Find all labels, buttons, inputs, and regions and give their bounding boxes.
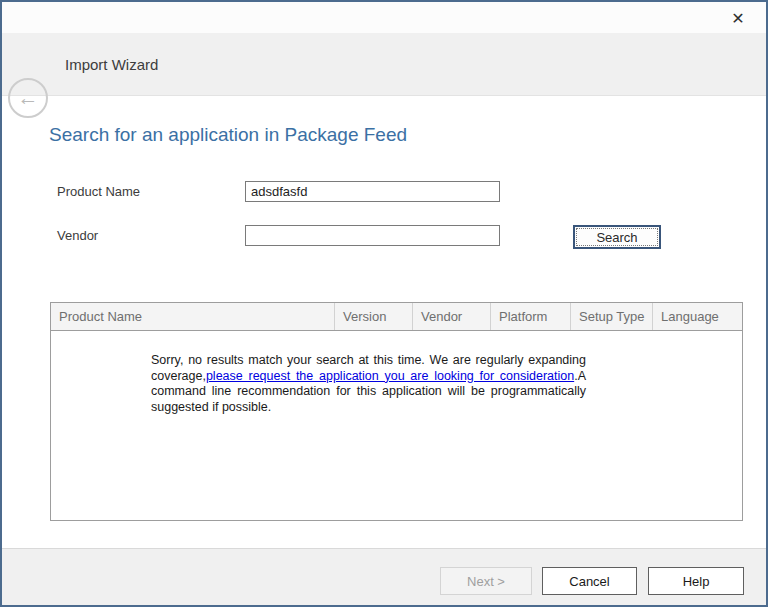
wizard-title: Import Wizard (65, 33, 158, 96)
column-header-platform[interactable]: Platform (490, 303, 570, 330)
product-name-input[interactable] (245, 181, 500, 202)
close-button[interactable]: ✕ (722, 6, 754, 32)
vendor-input[interactable] (245, 225, 500, 246)
column-header-language[interactable]: Language (652, 303, 742, 330)
product-name-label: Product Name (57, 184, 140, 199)
column-header-vendor[interactable]: Vendor (412, 303, 490, 330)
results-table: Product Name Version Vendor Platform Set… (50, 302, 743, 521)
column-header-version[interactable]: Version (334, 303, 412, 330)
page-title: Search for an application in Package Fee… (49, 124, 407, 146)
cancel-button[interactable]: Cancel (542, 567, 637, 595)
close-icon: ✕ (731, 11, 744, 27)
results-table-header: Product Name Version Vendor Platform Set… (51, 303, 742, 331)
next-button[interactable]: Next > (440, 567, 532, 595)
search-button[interactable]: Search (573, 225, 661, 249)
vendor-label: Vendor (57, 228, 98, 243)
no-results-message: Sorry, no results match your search at t… (151, 353, 586, 415)
footer-bar: Next > Cancel Help (2, 548, 766, 605)
back-button[interactable]: ← (8, 78, 48, 118)
request-application-link[interactable]: please request the application you are l… (206, 369, 574, 383)
column-header-setup-type[interactable]: Setup Type (570, 303, 652, 330)
title-bar: ✕ (2, 2, 766, 33)
help-button[interactable]: Help (648, 567, 744, 595)
column-header-product-name[interactable]: Product Name (51, 303, 334, 330)
back-arrow-icon: ← (18, 87, 39, 108)
search-button-label: Search (576, 228, 658, 246)
import-wizard-window: ✕ ← Import Wizard Search for an applicat… (0, 0, 768, 607)
